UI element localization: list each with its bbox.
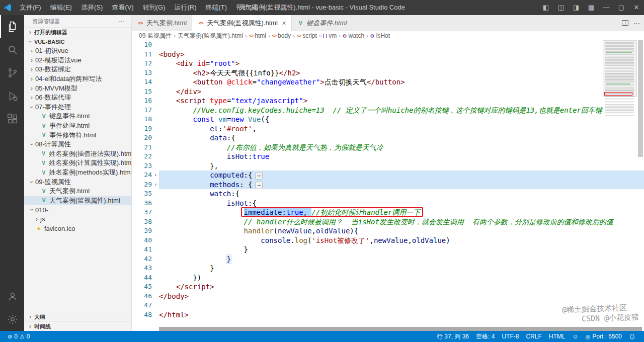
code-line[interactable]: 23 }, [132,161,644,171]
code-line[interactable]: 11<body> [132,50,644,59]
fold-chevron-icon[interactable]: › [152,180,159,190]
menu-item[interactable]: 运行(R) [170,0,201,15]
minimize-button[interactable]: — [599,0,614,15]
maximize-button[interactable]: ▢ [614,0,629,15]
line-number[interactable]: 48 [132,310,152,320]
search-icon[interactable] [0,38,24,61]
menu-item[interactable]: 查看(V) [107,0,138,15]
code-line[interactable]: 16 <script type="text/javascript"> [132,96,644,106]
tree-item[interactable]: ›V键盘事件.html [24,112,131,121]
code-line[interactable]: 40 console.log('isHot被修改了',newValue,oldV… [132,236,644,245]
open-editors-section[interactable]: › 打开的编辑器 [24,27,131,37]
line-number[interactable]: 11 [132,50,152,59]
split-editor-icon[interactable] [617,20,628,27]
close-button[interactable]: ✕ [629,0,644,15]
line-number[interactable]: 20 [132,133,152,143]
toggle-sidebar-icon[interactable]: ◧ [538,0,553,15]
toggle-panel-icon[interactable]: ◫ [553,0,569,15]
menu-item[interactable]: 编辑(E) [46,0,76,15]
line-number[interactable]: 15 [132,87,152,97]
line-number[interactable]: 35 [132,189,152,199]
minimap-slider[interactable] [603,40,637,97]
language-mode[interactable]: HTML [545,331,569,342]
line-number[interactable]: 45 [132,282,152,292]
code-line[interactable]: 13 <h2>今天天气很{{info}}</h2> [132,68,644,78]
line-number[interactable]: 47 [132,301,152,310]
problems-indicator[interactable]: ⊘ 0 ⚠ 0 [4,331,33,342]
line-number[interactable]: 40 [132,236,152,245]
line-number[interactable]: 19 [132,124,152,134]
tree-item[interactable]: ›010- [24,205,131,215]
vertical-scrollbar[interactable] [637,40,644,327]
settings-gear-icon[interactable] [0,308,24,331]
tree-item[interactable]: ›06-数据代理 [24,93,131,103]
line-number[interactable]: 13 [132,68,152,78]
code-line[interactable]: 17 //Vue.config.keyCodes.huiche=13 // 定义… [132,106,644,115]
breadcrumb-item[interactable]: ⚙watch [343,32,364,39]
extensions-icon[interactable] [0,108,24,131]
tree-item[interactable]: ›V天气案例.html [24,187,131,196]
line-number[interactable]: 14 [132,77,152,87]
menu-item[interactable]: 转到(G) [138,0,170,15]
tab[interactable]: <>天气案例(监视属性).html✕ [192,15,292,31]
breadcrumb-item[interactable]: 09-监视属性 [139,32,172,40]
code-line[interactable]: 19 el:'#root', [132,124,644,134]
code-line[interactable]: 35 watch:{ [132,189,644,199]
tree-item[interactable]: ›05-MVVM模型 [24,83,131,93]
tree-item[interactable]: ›js [24,215,131,224]
code-line[interactable]: 24› computed:{⋯ [132,170,644,180]
code-line[interactable]: 44 }) [132,273,644,283]
customize-layout-icon[interactable]: ▦ [584,0,599,15]
line-number[interactable]: 10 [132,40,152,50]
tree-item[interactable]: ›V事件修饰符.html [24,130,131,140]
line-number[interactable]: 39 [132,226,152,236]
run-debug-icon[interactable] [0,84,24,108]
live-server-port[interactable]: ◎ Port : 5500 [582,331,625,342]
tree-item[interactable]: ›04-el和data的两种写法 [24,74,131,84]
breadcrumb-item[interactable]: <>body [272,32,291,39]
vertical-scrollbar-slider[interactable] [638,40,643,157]
tab[interactable]: <>天气案例.html [132,15,192,31]
tree-item[interactable]: ›02-模板语法vue [24,56,131,65]
code-editor[interactable]: 1011<body>12 <div id="root">13 <h2>今天天气很… [132,40,644,327]
line-number[interactable]: 22 [132,152,152,161]
breadcrumb-item[interactable]: ⚙isHot [370,32,390,39]
cursor-position[interactable]: 行 37, 列 36 [433,331,472,342]
tree-item[interactable]: ›V天气案例(监视属性).html [24,196,131,206]
tree-item[interactable]: ›V姓名案例(计算属性实现).html [24,158,131,168]
line-number[interactable]: 24 [132,170,152,180]
line-number[interactable]: 46 [132,292,152,301]
code-line[interactable]: 29› methods: {⋯ [132,180,644,190]
tree-item[interactable]: ›09-监视属性 [24,177,131,187]
code-line[interactable]: 39 handler(newValue,oldValue){ [132,226,644,236]
code-line[interactable]: 22 isHot:true [132,152,644,161]
line-number[interactable]: 38 [132,217,152,227]
breadcrumb-item[interactable]: <>script [297,32,317,39]
account-icon[interactable] [0,285,24,308]
tree-item[interactable]: ›01-初识vue [24,46,131,56]
line-number[interactable]: 12 [132,59,152,68]
fold-chevron-icon[interactable]: › [152,170,159,180]
tree-item[interactable]: ›03-数据绑定 [24,65,131,74]
timeline-section[interactable]: › 时间线 [24,321,131,331]
outline-section[interactable]: › 大纲 [24,312,131,321]
menu-item[interactable]: 终端(T) [201,0,231,15]
tree-item[interactable]: ›07-事件处理 [24,103,131,112]
feedback-smiley-icon[interactable]: ☺ [569,331,582,342]
line-number[interactable]: 42 [132,254,152,264]
code-line[interactable]: 21 //布尔值，如果为真就是天气热，为假就是天气冷 [132,143,644,152]
breadcrumb-item[interactable]: [ ]vm [323,32,337,39]
line-number[interactable]: 23 [132,161,152,171]
explorer-icon[interactable] [0,15,24,38]
breadcrumb-item[interactable]: 天气案例(监视属性).html [178,32,243,40]
code-line[interactable]: 12 <div id="root"> [132,59,644,68]
line-number[interactable]: 41 [132,245,152,254]
tree-item[interactable]: ›★favicon.ico [24,224,131,233]
code-line[interactable]: 36 isHot:{ [132,199,644,208]
line-number[interactable]: 36 [132,199,152,208]
code-line[interactable]: 18 const vm=new Vue({ [132,115,644,124]
close-tab-icon[interactable]: ✕ [282,20,286,27]
more-actions-icon[interactable]: ··· [118,18,125,24]
code-line[interactable]: 15 </div> [132,87,644,97]
code-line[interactable]: 46</body> [132,292,644,301]
